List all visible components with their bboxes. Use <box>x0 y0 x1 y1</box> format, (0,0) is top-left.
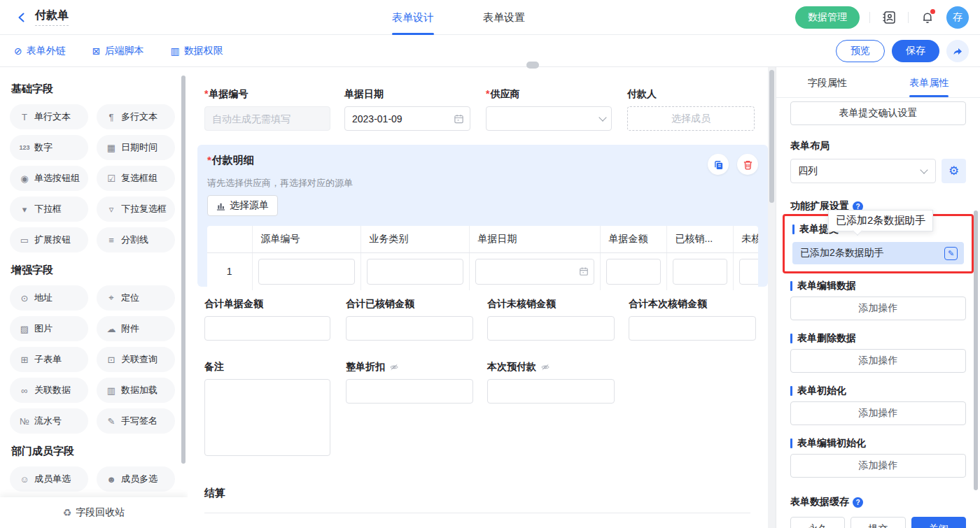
payment-detail-section[interactable]: *付款明细 请先选择供应商，再选择对应 <box>197 145 768 287</box>
canvas-scrollbar[interactable] <box>769 70 774 203</box>
data-assistant-row[interactable]: 已添加2条数据助手 ✎ <box>792 242 964 264</box>
delete-button[interactable] <box>737 154 758 175</box>
field-chip-attachment[interactable]: ☁附件 <box>97 316 175 341</box>
group-title-member: 部门成员字段 <box>11 445 175 458</box>
source-number-input[interactable] <box>258 259 355 285</box>
field-chip-extend-button[interactable]: ▭扩展按钮 <box>10 227 88 252</box>
calendar-icon[interactable] <box>579 266 589 276</box>
save-button[interactable]: 保存 <box>892 40 939 62</box>
tab-form-settings[interactable]: 表单设置 <box>483 0 525 35</box>
backend-script-button[interactable]: ⊠ 后端脚本 <box>92 45 144 57</box>
field-total-written-off[interactable]: 合计已核销金额 <box>346 298 473 341</box>
field-chip-select[interactable]: ▾下拉框 <box>10 197 88 222</box>
field-total-doc-amount[interactable]: 合计单据金额 <box>204 298 330 341</box>
submit-confirm-settings-button[interactable]: 表单提交确认设置 <box>790 101 966 125</box>
copy-button[interactable] <box>708 154 729 175</box>
cache-submit-button[interactable]: 提交 <box>850 517 905 528</box>
field-total-unwritten-off[interactable]: 合计未核销金额 <box>487 298 615 341</box>
add-action-button-delete[interactable]: 添加操作 <box>790 349 966 373</box>
layout-settings-button[interactable]: ⚙ <box>941 159 966 183</box>
detail-title: 付款明细 <box>212 154 254 166</box>
field-supplier[interactable]: *供应商 <box>486 88 612 131</box>
total-current-writeoff-input[interactable] <box>629 316 756 341</box>
field-chip-checkbox-group[interactable]: ☑复选框组 <box>97 166 175 191</box>
address-book-icon[interactable] <box>880 8 898 27</box>
field-chip-signature[interactable]: ✎手写签名 <box>97 408 175 434</box>
edit-icon[interactable]: ✎ <box>944 247 958 260</box>
field-chip-datetime[interactable]: ▦日期时间 <box>97 135 175 160</box>
back-icon[interactable] <box>14 10 29 25</box>
required-star: * <box>204 88 208 99</box>
field-chip-multi-select[interactable]: ▿下拉复选框 <box>97 197 175 222</box>
group-title-basic: 基础字段 <box>11 83 175 96</box>
field-doc-number[interactable]: *单据编号 <box>204 88 330 131</box>
discount-input[interactable] <box>346 379 473 404</box>
extend-button-icon: ▭ <box>19 235 30 245</box>
field-chip-radio-group[interactable]: ◉单选按钮组 <box>10 166 88 191</box>
member-picker[interactable]: 选择成员 <box>627 106 755 131</box>
field-recycle-bin[interactable]: ♻ 字段回收站 <box>0 497 188 528</box>
field-chip-member-multi[interactable]: ☻成员多选 <box>97 466 175 492</box>
add-action-button-init[interactable]: 添加操作 <box>790 401 966 425</box>
select-source-button[interactable]: 选择源单 <box>207 195 278 216</box>
layout-select[interactable]: 四列 <box>790 159 936 183</box>
field-chip-data-load[interactable]: ▥数据加载 <box>97 378 175 403</box>
unwritten-off-input[interactable] <box>739 259 759 285</box>
business-type-input[interactable] <box>367 259 463 285</box>
eye-off-icon <box>389 362 399 372</box>
preview-button[interactable]: 预览 <box>836 40 885 62</box>
field-chip-lookup[interactable]: ⊡关联查询 <box>97 347 175 372</box>
written-off-input[interactable] <box>673 259 727 285</box>
tab-form-design[interactable]: 表单设计 <box>392 0 434 35</box>
avatar[interactable]: 存 <box>946 6 969 29</box>
notification-bell-icon[interactable] <box>918 8 937 27</box>
calendar-icon[interactable] <box>454 113 464 124</box>
total-unwritten-off-input[interactable] <box>487 316 615 341</box>
field-payer[interactable]: 付款人 选择成员 <box>627 88 755 131</box>
data-permission-button[interactable]: ▥ 数据权限 <box>170 45 223 57</box>
supplier-select[interactable] <box>486 106 612 131</box>
cache-close-button[interactable]: 关闭 <box>911 517 966 528</box>
field-remark[interactable]: 备注 <box>204 361 330 459</box>
field-chip-related-data[interactable]: ∞关联数据 <box>10 378 88 403</box>
field-chip-divider[interactable]: ≡分割线 <box>97 227 175 252</box>
canvas-drag-handle[interactable] <box>526 62 539 69</box>
field-chip-location[interactable]: ⌖定位 <box>97 285 175 311</box>
field-chip-member-single[interactable]: ☺成员单选 <box>10 466 88 492</box>
doc-date-input[interactable] <box>344 106 470 131</box>
field-chip-serial-number[interactable]: №流水号 <box>10 408 88 434</box>
tab-field-properties[interactable]: 字段属性 <box>776 67 878 97</box>
remark-textarea[interactable] <box>204 379 330 456</box>
help-icon[interactable]: ? <box>853 497 863 508</box>
field-doc-date[interactable]: 单据日期 <box>344 88 470 131</box>
multi-select-icon: ▿ <box>106 204 117 215</box>
field-chip-single-text[interactable]: T单行文本 <box>10 104 88 129</box>
form-layout-label: 表单布局 <box>790 140 966 152</box>
chip-label: 附件 <box>121 322 139 335</box>
panel-scrollbar[interactable] <box>974 211 978 490</box>
field-chip-multi-text[interactable]: ¶多行文本 <box>97 104 175 129</box>
form-link-button[interactable]: ⊘ 表单外链 <box>14 45 66 57</box>
data-manage-button[interactable]: 数据管理 <box>795 6 860 29</box>
doc-amount-input[interactable] <box>606 259 661 285</box>
field-label: 整单折扣 <box>346 361 385 373</box>
field-chip-image[interactable]: ▨图片 <box>10 316 88 341</box>
field-prepay[interactable]: 本次预付款 <box>487 361 615 404</box>
prepay-input[interactable] <box>487 379 615 404</box>
total-doc-amount-input[interactable] <box>204 316 330 341</box>
row-date-input[interactable] <box>475 259 594 285</box>
field-chip-number[interactable]: 123数字 <box>10 135 88 160</box>
add-action-button-edit-init[interactable]: 添加操作 <box>790 454 966 478</box>
field-discount[interactable]: 整单折扣 <box>346 361 473 404</box>
share-button[interactable] <box>946 40 969 62</box>
tab-form-properties[interactable]: 表单属性 <box>878 67 980 97</box>
field-chip-subform[interactable]: ⊞子表单 <box>10 347 88 372</box>
add-action-button-edit[interactable]: 添加操作 <box>790 297 966 320</box>
sidebar-scrollbar[interactable] <box>181 76 186 464</box>
doc-number-input[interactable] <box>204 106 330 131</box>
field-chip-address[interactable]: ⊙地址 <box>10 285 88 311</box>
cache-permanent-button[interactable]: 永久 <box>790 517 845 528</box>
field-total-current-writeoff[interactable]: 合计本次核销金额 <box>629 298 756 341</box>
chip-label: 数据加载 <box>121 384 158 397</box>
total-written-off-input[interactable] <box>346 316 473 341</box>
